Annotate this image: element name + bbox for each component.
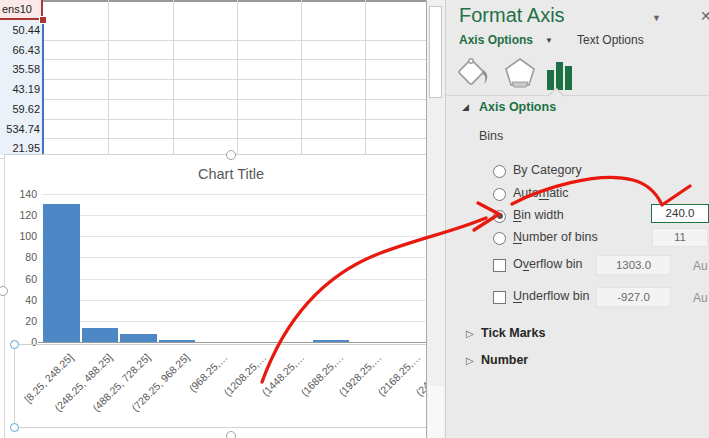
y-tick-label: 40 [9, 294, 37, 306]
y-tick-label: 100 [9, 230, 37, 242]
tab-text-options[interactable]: Text Options [577, 33, 644, 47]
axis-selection-handle-bottom[interactable] [10, 423, 19, 432]
gridline [42, 236, 426, 237]
radio-by-category[interactable] [493, 165, 506, 178]
scrollbar-thumb[interactable] [429, 6, 442, 98]
histogram-bar[interactable] [82, 328, 119, 342]
value-range-blue-border [42, 20, 44, 155]
radio-number-of-bins[interactable] [493, 232, 506, 245]
cell-border-top [43, 0, 426, 2]
chart-resize-handle-top[interactable] [226, 150, 236, 160]
format-axis-pane: Format Axis ▼ ✕ Axis Options ▼ Text Opti… [445, 0, 709, 438]
section-tick-marks[interactable]: Tick Marks [481, 326, 545, 340]
close-icon[interactable]: ✕ [700, 8, 709, 24]
chart-resize-handle-bottom[interactable] [226, 431, 236, 438]
radio-by-category-label: By Category [513, 163, 582, 177]
grid-line [0, 59, 426, 60]
grid-line [0, 99, 426, 100]
y-tick-label: 120 [9, 209, 37, 221]
y-tick-label: 20 [9, 315, 37, 327]
pane-title: Format Axis [459, 4, 565, 27]
effects-icon[interactable] [503, 56, 537, 92]
cell-value: 50.44 [0, 20, 40, 40]
y-tick-label: 60 [9, 273, 37, 285]
fill-line-icon[interactable] [458, 54, 494, 92]
excel-window: 50.4466.4335.5843.1959.62534.7421.95 ens… [0, 0, 709, 438]
checkbox-underflow-bin[interactable] [493, 291, 506, 304]
grid-line [237, 0, 238, 155]
gridline [42, 194, 426, 195]
grid-line [0, 138, 426, 139]
axis-selection-handle-top[interactable] [10, 340, 19, 349]
radio-automatic[interactable] [493, 188, 506, 201]
cell-value: 35.58 [0, 59, 40, 79]
grid-line [0, 40, 426, 41]
expand-triangle-icon[interactable]: ▷ [466, 328, 474, 339]
chart-options-icon[interactable] [545, 58, 575, 92]
section-axis-options[interactable]: Axis Options [479, 100, 556, 114]
x-axis-line [38, 342, 426, 343]
grid-line [365, 0, 366, 155]
checkbox-underflow-bin-value-field[interactable]: -927.0 [596, 287, 671, 307]
histogram-bar[interactable] [43, 204, 80, 342]
grid-line [173, 0, 174, 155]
pane-dropdown-icon[interactable]: ▼ [652, 13, 661, 23]
tab-axis-options[interactable]: Axis Options [459, 33, 533, 47]
histogram-bar[interactable] [120, 334, 157, 342]
axis-selection-outline [14, 344, 426, 428]
cell-value: 59.62 [0, 99, 40, 119]
checkbox-underflow-bin-label: Underflow bin [513, 289, 589, 303]
gridline [42, 279, 426, 280]
radio-number-of-bins-value-field[interactable]: 11 [652, 228, 708, 247]
gridline [42, 215, 426, 216]
chevron-down-icon[interactable]: ▼ [545, 36, 553, 45]
cell-value: 534.74 [0, 119, 40, 139]
radio-bin-width-label: Bin width [513, 208, 564, 222]
header-cell[interactable]: ens10 [0, 0, 43, 20]
gridline [42, 300, 426, 301]
checkbox-overflow-bin[interactable] [493, 259, 506, 272]
grid-line [301, 0, 302, 155]
collapse-triangle-icon[interactable]: ◢ [462, 102, 469, 112]
section-number[interactable]: Number [481, 353, 528, 367]
histogram-chart[interactable]: Chart Title 020406080100120140 [8.25, 24… [4, 154, 426, 438]
cell-value: 43.19 [0, 79, 40, 99]
chart-title[interactable]: Chart Title [5, 166, 426, 182]
range-resize-handle[interactable] [39, 16, 47, 24]
auto-label-clipped: Au [693, 259, 708, 273]
radio-number-of-bins-label: Number of bins [513, 230, 598, 244]
radio-automatic-label: Automatic [513, 186, 569, 200]
grid-line [0, 79, 426, 80]
grid-line [108, 0, 109, 155]
divider [446, 95, 709, 96]
gridline [42, 257, 426, 258]
radio-bin-width-value-field[interactable]: 240.0 [651, 204, 709, 223]
grid-line [0, 119, 426, 120]
y-tick-label: 80 [9, 251, 37, 263]
checkbox-overflow-bin-value-field[interactable]: 1303.0 [596, 255, 671, 275]
y-tick-label: 140 [9, 188, 37, 200]
histogram-bar[interactable] [159, 340, 196, 342]
gridline [42, 321, 426, 322]
histogram-bar[interactable] [313, 340, 350, 342]
auto-label-clipped: Au [693, 291, 708, 305]
bins-label: Bins [479, 129, 503, 143]
radio-bin-width[interactable] [493, 210, 506, 223]
cell-value: 66.43 [0, 40, 40, 60]
expand-triangle-icon[interactable]: ▷ [466, 355, 474, 366]
scrollbar-bottom-area [428, 386, 444, 438]
checkbox-overflow-bin-label: Overflow bin [513, 257, 582, 271]
